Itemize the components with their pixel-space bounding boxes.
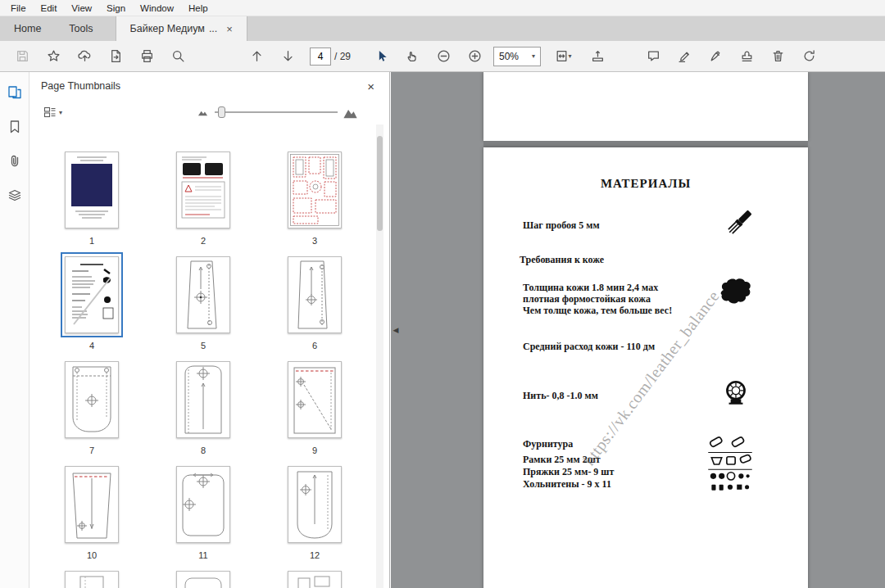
thumbnail-page-12[interactable] xyxy=(284,462,346,547)
thumbnail-sketch-pattern xyxy=(177,362,229,437)
thumbnail-page-5[interactable] xyxy=(172,252,234,337)
thumbnail-sketch-layout xyxy=(288,152,341,228)
thumbnail-page-number: 6 xyxy=(312,341,317,351)
page-thumbnails-panel-button[interactable] xyxy=(4,84,25,102)
next-page-button[interactable] xyxy=(275,45,301,68)
arrow-down-icon xyxy=(281,49,295,63)
print-button[interactable] xyxy=(134,45,160,68)
tab-tools[interactable]: Tools xyxy=(55,16,107,41)
thumbnail-page-number: 7 xyxy=(89,446,94,455)
slider-track xyxy=(215,111,338,113)
zoom-in-button[interactable] xyxy=(461,45,488,68)
search-icon xyxy=(171,49,185,63)
menu-file[interactable]: File xyxy=(3,2,34,15)
thumbnail-page-7[interactable] xyxy=(61,357,123,442)
slider-handle[interactable] xyxy=(218,106,225,118)
menubar: File Edit View Sign Window Help xyxy=(0,0,885,16)
thumbnail-sketch-pattern xyxy=(288,467,341,542)
thumbnail-page-9[interactable] xyxy=(284,357,346,442)
hardware-title-line: Фурнитура xyxy=(523,438,573,450)
consumption-line: Средний расход кожи - 110 дм xyxy=(523,341,655,353)
thumbnail-options-dropdown[interactable]: ▾ xyxy=(39,103,66,121)
share-cloud-icon xyxy=(78,49,92,63)
fill-sign-button[interactable] xyxy=(702,45,728,68)
refresh-button[interactable] xyxy=(796,45,822,68)
tab-home[interactable]: Home xyxy=(0,16,55,41)
comment-button[interactable] xyxy=(640,45,666,68)
close-panel-icon[interactable]: × xyxy=(364,79,378,93)
touch-mode-button[interactable] xyxy=(584,45,610,68)
close-tab-icon[interactable]: × xyxy=(226,24,233,34)
thumbnail-sketch-intro xyxy=(177,152,229,228)
arrow-up-icon xyxy=(250,49,264,63)
menu-window[interactable]: Window xyxy=(133,2,181,15)
bookmarks-panel-button[interactable] xyxy=(4,118,25,136)
thumbnail-cell: 3 xyxy=(259,147,370,252)
thumbnail-page-2[interactable] xyxy=(172,147,234,233)
stamp-button[interactable] xyxy=(733,45,760,68)
thumbnail-cell: 12 xyxy=(259,462,370,567)
thumbnail-cell: 5 xyxy=(148,252,259,357)
hand-tool-button[interactable] xyxy=(399,45,425,68)
collapse-panel-handle[interactable]: ◀ xyxy=(391,320,401,340)
previous-page-button[interactable] xyxy=(243,45,270,68)
layers-panel-button[interactable] xyxy=(4,187,25,205)
panel-scrollbar-thumb[interactable] xyxy=(377,136,383,231)
thumbnail-page-number: 2 xyxy=(201,236,206,246)
thumbnail-page-number: 3 xyxy=(312,236,317,246)
thumbnail-sketch-materials xyxy=(66,257,118,332)
thumbnail-page-4-selected[interactable] xyxy=(61,252,123,337)
thickness-line-1: Толщина кожи 1.8 мин 2,4 мах xyxy=(523,282,658,293)
thumbnail-page-8[interactable] xyxy=(172,357,234,442)
share-button[interactable] xyxy=(71,45,98,68)
navigation-rail xyxy=(0,72,30,588)
save-button[interactable] xyxy=(9,45,35,68)
highlighter-icon xyxy=(678,49,692,63)
page-title: МАТЕРИАЛЫ xyxy=(483,177,808,191)
thumbnail-page-1[interactable] xyxy=(61,147,123,233)
thumbnail-page-11[interactable] xyxy=(172,462,234,547)
paperclip-icon xyxy=(7,154,22,169)
leather-requirements-line: Требования к коже xyxy=(520,254,604,266)
thumbnail-page-number: 10 xyxy=(87,550,97,560)
panel-scrollbar[interactable] xyxy=(376,124,384,588)
menu-view[interactable]: View xyxy=(64,2,99,15)
zoom-level-dropdown[interactable]: 50% ▾ xyxy=(493,47,541,66)
thumbnail-page-13[interactable] xyxy=(61,567,123,588)
thumbnail-page-6[interactable] xyxy=(284,252,346,337)
layers-icon xyxy=(7,188,22,203)
menu-help[interactable]: Help xyxy=(181,2,216,15)
thumbnail-page-14[interactable] xyxy=(172,567,234,588)
thumbnail-sketch-cover xyxy=(66,152,118,228)
delete-button[interactable] xyxy=(765,45,791,68)
menu-edit[interactable]: Edit xyxy=(34,2,65,15)
thumbnail-cell: 2 xyxy=(148,147,259,252)
pen-nib-icon xyxy=(709,49,723,63)
enlarge-thumbnails-icon[interactable] xyxy=(343,105,358,120)
thumbnail-page-number: 9 xyxy=(312,446,317,455)
highlight-button[interactable] xyxy=(671,45,697,68)
thumbnail-size-slider[interactable] xyxy=(215,106,338,118)
thumbnail-sketch-pattern xyxy=(66,467,118,542)
export-pdf-button[interactable] xyxy=(102,45,129,68)
attachments-panel-button[interactable] xyxy=(4,152,25,170)
thumbnail-page-number: 1 xyxy=(89,236,94,246)
select-tool-button[interactable] xyxy=(368,45,394,68)
page-total-label: / 29 xyxy=(334,51,351,62)
thumbnail-page-3[interactable] xyxy=(284,147,346,233)
search-button[interactable] xyxy=(165,45,191,68)
tab-document[interactable]: Байкер Медиум ... × xyxy=(116,16,247,41)
zoom-out-button[interactable] xyxy=(430,45,456,68)
save-icon xyxy=(16,49,30,63)
trash-icon xyxy=(771,49,785,63)
page-number-input[interactable] xyxy=(310,47,331,66)
thumbnail-page-15[interactable] xyxy=(284,567,346,588)
reduce-thumbnails-icon[interactable] xyxy=(197,107,208,118)
plus-circle-icon xyxy=(468,49,482,63)
favorite-button[interactable] xyxy=(40,45,66,68)
export-page-icon xyxy=(109,49,123,63)
page-fit-dropdown[interactable]: ▾ xyxy=(547,45,579,68)
thumbnail-sketch-pattern xyxy=(177,467,229,542)
thumbnail-page-10[interactable] xyxy=(61,462,123,547)
menu-sign[interactable]: Sign xyxy=(99,2,133,15)
